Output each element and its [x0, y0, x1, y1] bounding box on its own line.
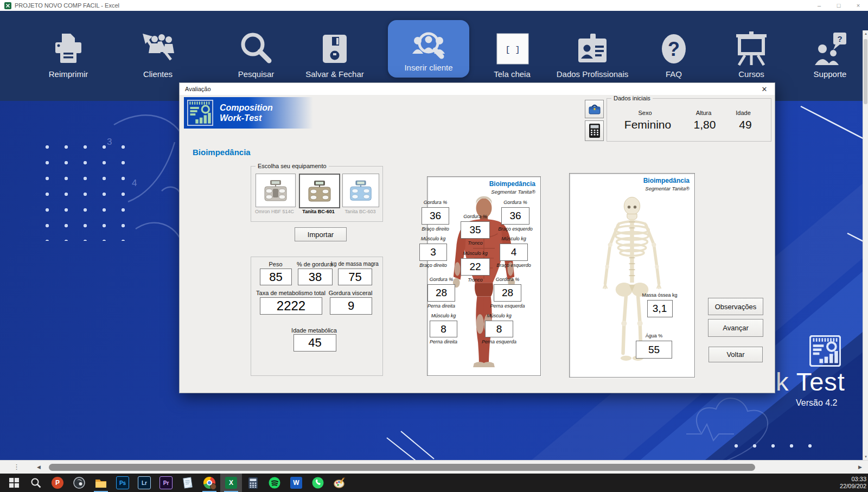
- massa-ossea-field[interactable]: 3,1: [647, 300, 673, 317]
- dados-iniciais-group: Dados iniciais Sexo Altura Idade Feminin…: [607, 98, 771, 142]
- leg-right-muscle-field[interactable]: 8: [430, 321, 457, 337]
- taskbar-search-button[interactable]: [25, 474, 47, 492]
- avancar-button[interactable]: Avançar: [708, 319, 763, 337]
- taskbar-chrome-button[interactable]: [199, 474, 220, 492]
- taskbar-paint-button[interactable]: [329, 474, 350, 492]
- segmental-field-leg-right-muscle: Músculo kg 8 Perna direita: [415, 313, 472, 346]
- scroll-left-arrow[interactable]: ◀: [37, 464, 41, 470]
- taskbar-file-explorer-button[interactable]: [90, 474, 112, 492]
- clients-trend-icon: [138, 23, 177, 66]
- tanita-bc603-scale-icon: [348, 179, 373, 202]
- calculator-icon: [589, 124, 600, 138]
- segmental-field-leg-right-fat: Gordura % 28 Perna direita: [413, 277, 470, 310]
- taskbar-premiere-button[interactable]: Pr: [155, 474, 177, 492]
- horizontal-scrollbar[interactable]: ⋮ ◀ ▶: [0, 460, 868, 474]
- arm-right-fat-field[interactable]: 36: [422, 207, 449, 225]
- sexo-value: Feminino: [612, 118, 683, 131]
- brand-chart-logo-icon: [809, 335, 841, 369]
- massa-magra-label: kg de massa magra: [322, 261, 387, 267]
- taskbar-obs-button[interactable]: [68, 474, 90, 492]
- vertical-scrollbar[interactable]: ▲ ▼: [863, 30, 868, 460]
- taskbar-clock[interactable]: 03:33 22/09/202: [840, 476, 868, 490]
- presentation-board-icon: [732, 23, 771, 66]
- scroll-right-arrow[interactable]: ▶: [858, 464, 862, 470]
- leg-left-fat-field[interactable]: 28: [494, 284, 521, 302]
- device-tanita-bc603[interactable]: [342, 174, 379, 207]
- toolbar-inserir-cliente-button[interactable]: Inserir cliente: [388, 20, 469, 78]
- arm-left-fat-field[interactable]: 36: [501, 207, 529, 225]
- search-icon: [239, 23, 273, 66]
- trunk-muscle-field[interactable]: 22: [461, 258, 490, 276]
- taskbar-excel-button[interactable]: X: [220, 474, 242, 492]
- sheet-tab-grip[interactable]: ⋮: [13, 463, 20, 471]
- taskbar-photoshop-button[interactable]: Ps: [112, 474, 133, 492]
- composition-logo-text: Composition Work-Test: [220, 103, 273, 123]
- peso-field[interactable]: 85: [260, 269, 292, 285]
- leg-right-fat-field[interactable]: 28: [427, 284, 455, 302]
- omron-scale-icon: [263, 179, 289, 202]
- clock-date: 22/09/202: [840, 483, 866, 490]
- decor-number-4: 4: [132, 178, 137, 189]
- taskbar-calculator-button[interactable]: [242, 474, 264, 492]
- taskbar-notepad-button[interactable]: [177, 474, 199, 492]
- segmental-panel-subtitle: Segmentar Tanita®: [491, 189, 535, 195]
- avaliacao-dialog: Avaliação ✕ Composition Work-Test: [179, 82, 775, 393]
- decor-dot-grid: [44, 144, 127, 241]
- notepad-icon: [182, 477, 193, 489]
- device-omron-hbf514c[interactable]: [256, 174, 296, 207]
- photoshop-icon: Ps: [116, 476, 129, 489]
- gordura-visceral-field[interactable]: 9: [330, 297, 372, 315]
- calculator-button[interactable]: [585, 120, 604, 141]
- arm-right-muscle-field[interactable]: 3: [419, 244, 447, 261]
- support-people-icon: ?: [810, 23, 850, 66]
- fullscreen-icon: [ ]: [495, 23, 529, 66]
- observacoes-button[interactable]: Observações: [708, 298, 763, 315]
- windows-start-icon: [9, 478, 19, 488]
- taskbar-lightroom-button[interactable]: Lr: [133, 474, 155, 492]
- spotify-icon: [269, 477, 280, 489]
- altura-value: 1,80: [680, 118, 729, 131]
- voltar-button[interactable]: Voltar: [709, 347, 763, 362]
- taskbar-word-button[interactable]: W: [285, 474, 307, 492]
- excel-taskbar-icon: X: [225, 477, 237, 489]
- taskbar-powerpoint-button[interactable]: P: [47, 474, 68, 492]
- toolbar-reimprimir-button[interactable]: Reimprimir: [25, 18, 112, 99]
- scroll-up-arrow[interactable]: ▲: [863, 32, 868, 35]
- skeleton-panel-title: Bioimpedância: [643, 177, 690, 184]
- dialog-close-button[interactable]: ✕: [760, 85, 769, 93]
- close-window-button[interactable]: ×: [848, 0, 868, 11]
- dialog-title: Avaliação: [185, 86, 211, 92]
- taxa-metabolismo-field[interactable]: 2222: [260, 297, 322, 315]
- toolbar-supporte-button[interactable]: ? Supporte: [787, 18, 868, 99]
- idade-value: 49: [724, 118, 767, 131]
- dados-iniciais-title: Dados iniciais: [611, 95, 653, 101]
- gordura-pct-field[interactable]: 38: [298, 269, 333, 285]
- lightroom-icon: Lr: [138, 476, 151, 489]
- horizontal-scroll-thumb[interactable]: [49, 464, 755, 471]
- decor-dot-row: [733, 443, 812, 449]
- importar-button[interactable]: Importar: [295, 227, 347, 241]
- minimize-button[interactable]: –: [809, 0, 829, 11]
- maximize-button[interactable]: □: [829, 0, 848, 11]
- word-icon: W: [290, 477, 302, 489]
- dialog-titlebar[interactable]: Avaliação ✕: [180, 83, 775, 95]
- obs-icon: [73, 477, 85, 489]
- svg-text:?: ?: [837, 34, 842, 43]
- massa-magra-field[interactable]: 75: [338, 269, 372, 285]
- start-button[interactable]: [3, 474, 25, 492]
- chrome-profile-avatar: [210, 483, 216, 490]
- taskbar-spotify-button[interactable]: [264, 474, 285, 492]
- agua-field[interactable]: 55: [636, 341, 672, 359]
- toolbox-button[interactable]: [585, 100, 604, 118]
- screen: 3 4 k Test Versão 4.2 PROJETO NOVO COMP …: [0, 0, 868, 492]
- vertical-scroll-thumb[interactable]: [864, 39, 867, 104]
- leg-left-muscle-field[interactable]: 8: [485, 321, 513, 337]
- scroll-down-arrow[interactable]: ▼: [863, 455, 868, 458]
- segmental-field-leg-left-muscle: Músculo kg 8 Perna esquerda: [470, 313, 528, 346]
- device-tanita-bc601[interactable]: [299, 174, 340, 208]
- taskbar-whatsapp-button[interactable]: [307, 474, 329, 492]
- idade-metabolica-field[interactable]: 45: [293, 334, 336, 352]
- svg-text:?: ?: [668, 38, 680, 60]
- save-icon: [317, 23, 352, 66]
- window-title: PROJETO NOVO COMP FACIL - Excel: [15, 2, 119, 9]
